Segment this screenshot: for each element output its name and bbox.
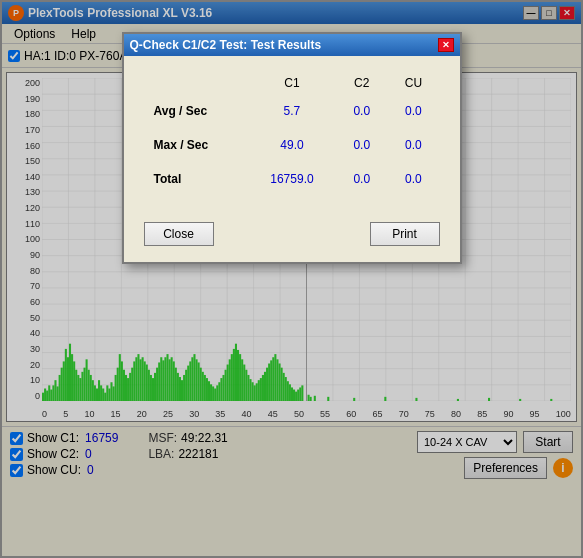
- col-header-cu: CU: [387, 72, 439, 94]
- row-total-cu: 0.0: [387, 162, 439, 196]
- col-header-c2: C2: [336, 72, 387, 94]
- row-max-c1: 49.0: [248, 128, 336, 162]
- row-avg-c1: 5.7: [248, 94, 336, 128]
- table-row: Max / Sec 49.0 0.0 0.0: [144, 128, 440, 162]
- dialog-buttons: Close Print: [124, 212, 460, 262]
- main-window: P PlexTools Professional XL V3.16 — □ ✕ …: [0, 0, 583, 558]
- row-avg-c2: 0.0: [336, 94, 387, 128]
- dialog-content: C1 C2 CU Avg / Sec 5.7 0.0 0.0: [124, 56, 460, 212]
- row-total-label: Total: [144, 162, 248, 196]
- table-row: Avg / Sec 5.7 0.0 0.0: [144, 94, 440, 128]
- dialog: Q-Check C1/C2 Test: Test Results ✕ C1 C2…: [122, 32, 462, 264]
- dialog-title: Q-Check C1/C2 Test: Test Results: [130, 38, 322, 52]
- dialog-print-button[interactable]: Print: [370, 222, 440, 246]
- dialog-table: C1 C2 CU Avg / Sec 5.7 0.0 0.0: [144, 72, 440, 196]
- dialog-close-button[interactable]: Close: [144, 222, 214, 246]
- row-total-c1: 16759.0: [248, 162, 336, 196]
- table-row: Total 16759.0 0.0 0.0: [144, 162, 440, 196]
- row-max-cu: 0.0: [387, 128, 439, 162]
- dialog-title-bar: Q-Check C1/C2 Test: Test Results ✕: [124, 34, 460, 56]
- dialog-close-icon-button[interactable]: ✕: [438, 38, 454, 52]
- row-max-label: Max / Sec: [144, 128, 248, 162]
- row-total-c2: 0.0: [336, 162, 387, 196]
- col-header-c1: C1: [248, 72, 336, 94]
- row-avg-label: Avg / Sec: [144, 94, 248, 128]
- modal-overlay: Q-Check C1/C2 Test: Test Results ✕ C1 C2…: [2, 2, 581, 556]
- row-max-c2: 0.0: [336, 128, 387, 162]
- row-avg-cu: 0.0: [387, 94, 439, 128]
